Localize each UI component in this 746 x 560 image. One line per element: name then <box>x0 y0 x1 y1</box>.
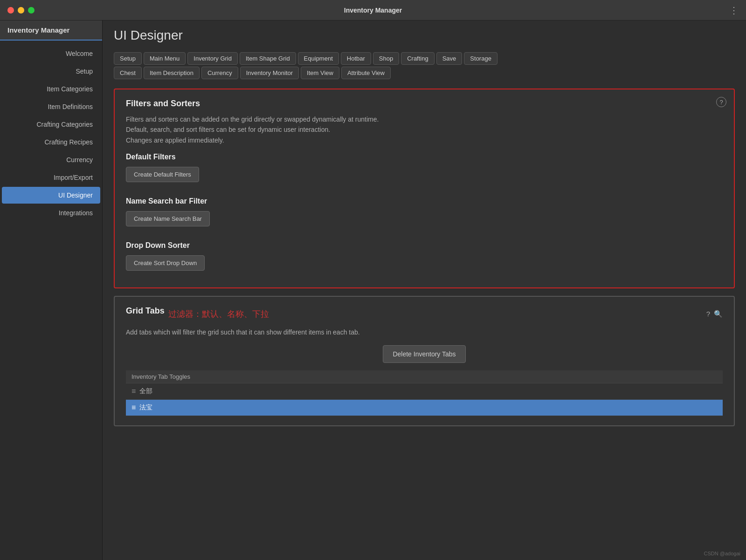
tab-toggle-label: 法宝 <box>139 403 152 412</box>
filters-desc-line2: Default, search, and sort filters can be… <box>126 126 330 133</box>
tabs-row-2: ChestItem DescriptionCurrencyInventory M… <box>114 67 735 79</box>
delete-inventory-tabs-button[interactable]: Delete Inventory Tabs <box>383 345 465 363</box>
page-header: UI Designer <box>103 20 746 52</box>
tab-toggles-label: Inventory Tab Toggles <box>126 370 723 383</box>
tab-item-view[interactable]: Item View <box>301 67 339 79</box>
filters-desc-line1: Filters and sorters can be added on the … <box>126 116 379 123</box>
tab-main-menu[interactable]: Main Menu <box>144 52 186 65</box>
tabs-container: SetupMain MenuInventory GridItem Shape G… <box>103 52 746 81</box>
maximize-button[interactable] <box>28 7 35 14</box>
tab-hotbar[interactable]: Hotbar <box>341 52 371 65</box>
tab-crafting[interactable]: Crafting <box>401 52 435 65</box>
tab-attribute-view[interactable]: Attribute View <box>341 67 391 79</box>
sidebar-nav: WelcomeSetupItem CategoriesItem Definiti… <box>0 41 102 560</box>
grid-tabs-title: Grid Tabs <box>126 306 165 316</box>
minimize-button[interactable] <box>18 7 24 14</box>
titlebar-menu-icon[interactable]: ⋮ <box>729 5 739 16</box>
tab-item-shape-grid[interactable]: Item Shape Grid <box>240 52 296 65</box>
sidebar: Inventory Manager WelcomeSetupItem Categ… <box>0 20 103 560</box>
drop-down-sorter-title: Drop Down Sorter <box>126 241 723 250</box>
create-name-search-button[interactable]: Create Name Search Bar <box>126 211 210 226</box>
sidebar-item-currency[interactable]: Currency <box>2 151 100 168</box>
tab-storage[interactable]: Storage <box>464 52 497 65</box>
grid-tabs-annotation: 过滤器：默认、名称、下拉 <box>168 308 269 320</box>
page-title: UI Designer <box>114 28 735 43</box>
tab-toggle-全部[interactable]: ≡全部 <box>126 383 723 400</box>
tab-toggle-label: 全部 <box>139 387 152 396</box>
panel-icons: ? 🔍 <box>706 310 723 318</box>
filters-desc-line3: Changes are applied immediately. <box>126 137 224 144</box>
tab-item-description[interactable]: Item Description <box>144 67 200 79</box>
sidebar-header: Inventory Manager <box>0 20 102 41</box>
filters-panel: ? Filters and Sorters Filters and sorter… <box>114 89 735 288</box>
sidebar-item-import-export[interactable]: Import/Export <box>2 169 100 186</box>
sidebar-item-crafting-categories[interactable]: Crafting Categories <box>2 116 100 133</box>
tab-toggle-icon: ≡ <box>131 403 136 412</box>
grid-tabs-search-icon[interactable]: 🔍 <box>714 310 723 318</box>
sidebar-item-integrations[interactable]: Integrations <box>2 205 100 221</box>
main-content: UI Designer SetupMain MenuInventory Grid… <box>103 20 746 560</box>
default-filters-title: Default Filters <box>126 153 723 161</box>
tab-currency[interactable]: Currency <box>201 67 238 79</box>
sidebar-item-ui-designer[interactable]: UI Designer <box>2 187 100 204</box>
app-layout: Inventory Manager WelcomeSetupItem Categ… <box>0 20 746 560</box>
tab-equipment[interactable]: Equipment <box>298 52 339 65</box>
create-sort-dropdown-button[interactable]: Create Sort Drop Down <box>126 255 205 271</box>
tab-chest[interactable]: Chest <box>114 67 142 79</box>
tab-inventory-monitor[interactable]: Inventory Monitor <box>240 67 299 79</box>
filters-panel-desc: Filters and sorters can be added on the … <box>126 114 723 145</box>
grid-tabs-title-row: Grid Tabs 过滤器：默认、名称、下拉 <box>126 306 269 321</box>
tab-toggle-法宝[interactable]: ≡法宝 <box>126 400 723 416</box>
name-search-title: Name Search bar Filter <box>126 197 723 205</box>
grid-tabs-desc: Add tabs which will filter the grid such… <box>126 327 723 337</box>
window-controls <box>7 7 35 14</box>
grid-tabs-panel: Grid Tabs 过滤器：默认、名称、下拉 ? 🔍 Add tabs whic… <box>114 296 735 426</box>
filters-panel-title: Filters and Sorters <box>126 99 723 109</box>
create-default-filters-button[interactable]: Create Default Filters <box>126 167 199 182</box>
tab-toggle-list: ≡全部≡法宝 <box>126 383 723 416</box>
filters-help-icon[interactable]: ? <box>716 97 726 107</box>
tab-setup[interactable]: Setup <box>114 52 142 65</box>
close-button[interactable] <box>7 7 14 14</box>
content-area[interactable]: ? Filters and Sorters Filters and sorter… <box>103 81 746 560</box>
tabs-row-1: SetupMain MenuInventory GridItem Shape G… <box>114 52 735 65</box>
window-title: Inventory Manager <box>344 7 402 14</box>
tab-shop[interactable]: Shop <box>373 52 399 65</box>
titlebar: Inventory Manager ⋮ <box>0 0 746 20</box>
tab-toggle-icon: ≡ <box>131 387 136 396</box>
watermark: CSDN @adogai <box>704 551 740 556</box>
sidebar-item-item-definitions[interactable]: Item Definitions <box>2 98 100 115</box>
sidebar-item-welcome[interactable]: Welcome <box>2 45 100 62</box>
tab-save[interactable]: Save <box>436 52 463 65</box>
grid-tabs-header: Grid Tabs 过滤器：默认、名称、下拉 ? 🔍 <box>126 306 723 321</box>
tab-inventory-grid[interactable]: Inventory Grid <box>187 52 238 65</box>
sidebar-item-crafting-recipes[interactable]: Crafting Recipes <box>2 134 100 150</box>
sidebar-item-setup[interactable]: Setup <box>2 63 100 80</box>
sidebar-item-item-categories[interactable]: Item Categories <box>2 81 100 97</box>
grid-tabs-help-icon[interactable]: ? <box>706 310 710 318</box>
